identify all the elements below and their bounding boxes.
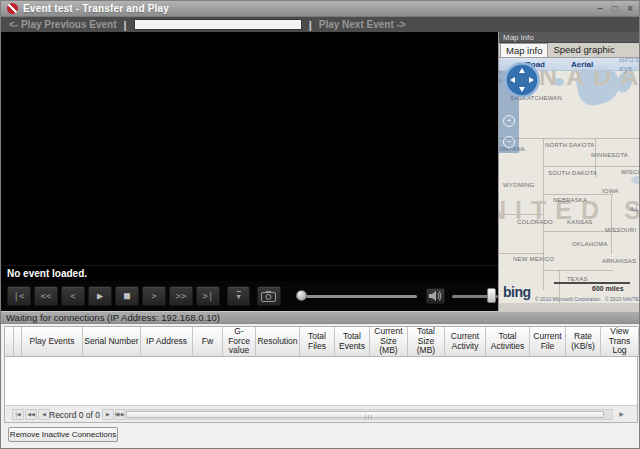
- map-place-label: MINNESOTA: [591, 152, 628, 158]
- volume-slider[interactable]: [452, 288, 498, 304]
- column-header-current-file[interactable]: Current File: [530, 327, 566, 357]
- map-place-label: WYOMING: [503, 182, 534, 188]
- speaker-icon: [429, 291, 442, 301]
- tab-speed-graphic[interactable]: Speed graphic: [548, 43, 619, 57]
- connections-region: Play EventsSerial NumberIP AddressFwG-Fo…: [1, 324, 639, 449]
- event-toolbar: <- Play Previous Event | | Play Next Eve…: [1, 17, 639, 32]
- column-header-serial-number[interactable]: Serial Number: [83, 327, 141, 357]
- table-header-row: Play EventsSerial NumberIP AddressFwG-Fo…: [5, 327, 637, 357]
- map-mode-aerial[interactable]: Aerial: [571, 60, 593, 69]
- map-canvas[interactable]: Road Aerial Bird's eye + − CANADAUNITED …: [499, 58, 640, 303]
- column-header-current-size-mb-[interactable]: Current Size (MB): [370, 327, 408, 357]
- column-header-view-trans-log[interactable]: View Trans Log: [601, 327, 639, 357]
- scroll-left-arrow[interactable]: ◀: [111, 409, 122, 420]
- app-icon: [7, 3, 18, 14]
- map-place-label: NEBRASKA: [553, 197, 587, 203]
- column-header-play-events[interactable]: Play Events: [22, 327, 83, 357]
- map-panel: Map info Map info Speed graphic: [498, 32, 640, 311]
- map-border-line: [499, 253, 543, 254]
- download-event-button[interactable]: ▼: [227, 286, 250, 306]
- connections-table: Play EventsSerial NumberIP AddressFwG-Fo…: [4, 326, 638, 423]
- scroll-right-arrow[interactable]: ▶: [616, 409, 627, 420]
- last-button[interactable]: >|: [196, 286, 220, 306]
- stop-button[interactable]: ■: [115, 286, 139, 306]
- toolbar-separator: |: [124, 19, 127, 31]
- record-nav-back-1[interactable]: ◀◀: [25, 409, 37, 420]
- record-nav-back-0[interactable]: |◀: [12, 409, 24, 420]
- snapshot-button[interactable]: [257, 286, 280, 306]
- map-copyright: © 2010 NAVTEQ: [605, 296, 640, 302]
- first-button[interactable]: |<: [7, 286, 31, 306]
- column-header-blank[interactable]: [5, 327, 14, 357]
- map-border-line: [543, 270, 613, 271]
- map-border-line: [543, 194, 613, 195]
- column-header-g-force-value[interactable]: G-Force value: [223, 327, 256, 357]
- minimize-button[interactable]: –: [598, 4, 604, 14]
- map-border-line: [543, 166, 640, 167]
- volume-slider-thumb[interactable]: [487, 288, 496, 303]
- map-place-label: NEW MEXICO: [513, 256, 554, 262]
- map-place-label: ILLINOIS: [630, 206, 640, 212]
- title-bar: Event test - Transfer and Play – □ ×: [1, 1, 639, 17]
- map-place-label: COLORADO: [517, 219, 553, 225]
- video-display-area: No event loaded. |<<<<▶■>>>>| ▼: [1, 32, 498, 311]
- close-button[interactable]: ×: [627, 4, 633, 14]
- tab-map-info[interactable]: Map info: [500, 43, 548, 57]
- map-panel-footer: [499, 303, 640, 311]
- map-place-label: NORTH DAKOTA: [545, 142, 595, 148]
- map-border-line: [499, 138, 640, 139]
- column-header-resolution[interactable]: Resolution: [256, 327, 300, 357]
- step-back-button[interactable]: <: [61, 286, 85, 306]
- step-forward-button[interactable]: >: [142, 286, 166, 306]
- play-button[interactable]: ▶: [88, 286, 112, 306]
- map-tab-bar: Map info Speed graphic: [499, 43, 640, 58]
- download-icon: ▼: [237, 291, 241, 301]
- remove-inactive-connections-button[interactable]: Remove Inactive Connections: [8, 427, 118, 442]
- record-count-label: Record 0 of 0: [49, 410, 100, 420]
- seek-slider[interactable]: [296, 290, 418, 302]
- map-zoom-out-button[interactable]: −: [503, 136, 515, 148]
- maximize-button[interactable]: □: [612, 4, 618, 14]
- column-header-total-events[interactable]: Total Events: [335, 327, 370, 357]
- map-lake: [631, 176, 640, 184]
- map-place-label: WISCONSIN: [621, 169, 640, 175]
- table-body[interactable]: [5, 357, 637, 405]
- column-header-total-files[interactable]: Total Files: [300, 327, 335, 357]
- map-scale-bar: [554, 282, 630, 284]
- map-place-label: ARKANSAS: [602, 258, 636, 264]
- map-compass-control[interactable]: [503, 61, 541, 103]
- column-header-total-size-mb-[interactable]: Total Size (MB): [408, 327, 445, 357]
- mute-button[interactable]: [426, 288, 444, 304]
- map-place-label: SOUTH DAKOTA: [548, 170, 597, 176]
- column-header-blank[interactable]: [14, 327, 22, 357]
- horizontal-scrollbar-thumb[interactable]: [126, 411, 604, 418]
- event-name-input[interactable]: [134, 19, 302, 30]
- fast-forward-button[interactable]: >>: [169, 286, 193, 306]
- column-header-rate-kb-s-[interactable]: Rate (KB/s): [566, 327, 601, 357]
- play-next-event-button[interactable]: Play Next Event ->: [319, 19, 406, 30]
- play-previous-event-button[interactable]: <- Play Previous Event: [9, 19, 117, 30]
- map-panel-title: Map info: [499, 32, 640, 43]
- map-place-label: OKLAHOMA: [572, 241, 608, 247]
- seek-slider-thumb[interactable]: [296, 290, 307, 301]
- map-place-label: IOWA: [602, 188, 619, 194]
- record-navigator: |◀◀◀◀ Record 0 of 0 ▶▶▶▶| ◀ ▶: [5, 405, 637, 422]
- bing-logo: bing: [503, 284, 531, 300]
- column-header-ip-address[interactable]: IP Address: [141, 327, 193, 357]
- connection-status-bar: Waiting for connections (IP Address: 192…: [1, 311, 639, 324]
- toolbar-separator: |: [309, 19, 312, 31]
- column-header-current-activity[interactable]: Current Activity: [445, 327, 486, 357]
- horizontal-scrollbar[interactable]: [124, 409, 613, 420]
- video-status-text: No event loaded.: [1, 265, 498, 281]
- column-header-total-activities[interactable]: Total Activities: [486, 327, 530, 357]
- map-place-label: MISSOURI: [605, 227, 636, 233]
- rewind-button[interactable]: <<: [34, 286, 58, 306]
- map-place-label: KANSAS: [567, 219, 593, 225]
- map-scale-label: 600 miles: [592, 285, 624, 292]
- playback-controls: |<<<<▶■>>>>| ▼: [1, 281, 498, 311]
- column-header-fw[interactable]: Fw: [193, 327, 223, 357]
- map-mode-birdseye[interactable]: Bird's eye: [619, 58, 640, 73]
- map-copyright: © 2010 Microsoft Corporation: [535, 296, 600, 302]
- map-zoom-in-button[interactable]: +: [503, 115, 515, 127]
- window-title: Event test - Transfer and Play: [23, 3, 169, 14]
